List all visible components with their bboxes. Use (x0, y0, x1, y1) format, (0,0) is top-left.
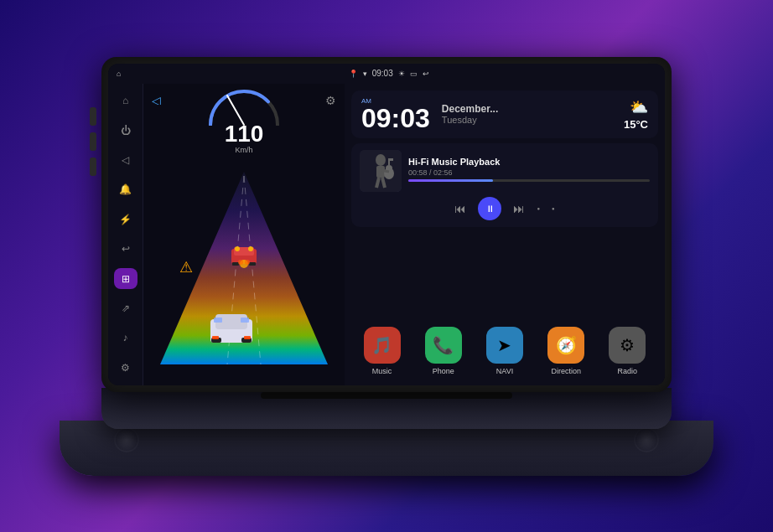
status-bar-left: ⌂ (117, 70, 121, 78)
play-pause-button[interactable]: ⏸ (478, 197, 501, 220)
svg-rect-20 (241, 318, 249, 323)
music-dot-2: ● (552, 206, 555, 211)
home-status-icon: ⌂ (117, 70, 121, 78)
sidebar-bell[interactable]: 🔔 (114, 179, 137, 200)
vent-strip (261, 392, 512, 399)
svg-rect-8 (232, 262, 239, 266)
app-music-label: Music (372, 367, 392, 375)
time-weather-widget: AM 09:03 December... Tuesday ⛅ 15°C (351, 90, 658, 138)
music-progress[interactable]: 00:58 / 02:56 (408, 168, 650, 182)
svg-point-13 (238, 260, 243, 265)
svg-point-11 (248, 246, 253, 251)
app-radio[interactable]: ⚙ Radio (609, 327, 646, 375)
status-bar-center: 📍 ▾ 09:03 ☀ ▭ ↩ (349, 69, 429, 78)
side-btn-1[interactable] (90, 107, 96, 126)
device-bezel: ⌂ 📍 ▾ 09:03 ☀ ▭ ↩ ⌂ ⏻ ◁ (101, 57, 672, 392)
app-direction-icon: 🧭 (547, 327, 584, 364)
date-info: December... Tuesday (438, 103, 615, 125)
mount-knob-left (114, 427, 139, 452)
app-music[interactable]: 🎵 Music (364, 327, 401, 375)
music-top: Hi-Fi Music Playback 00:58 / 02:56 (360, 150, 650, 192)
music-title: Hi-Fi Music Playback (408, 157, 650, 167)
location-icon: 📍 (349, 70, 358, 78)
date-month: December... (442, 103, 615, 115)
app-radio-icon: ⚙ (609, 327, 646, 364)
warning-icon: ⚠ (179, 258, 193, 276)
screen: ⌂ 📍 ▾ 09:03 ☀ ▭ ↩ ⌂ ⏻ ◁ (108, 64, 665, 385)
prev-button[interactable]: ⏮ (454, 202, 466, 215)
sidebar-music[interactable]: ♪ (114, 328, 137, 349)
side-buttons (90, 107, 96, 176)
right-panel: AM 09:03 December... Tuesday ⛅ 15°C (345, 84, 665, 385)
brightness-icon: ☀ (398, 70, 405, 78)
total-time: 02:56 (433, 168, 453, 177)
weather-temp: 15°C (624, 118, 648, 131)
center-panel: ◁ ⚙ 110 Km/h (143, 84, 345, 385)
app-navi-icon: ➤ (486, 327, 523, 364)
sidebar-settings[interactable]: ⚙ (114, 357, 137, 378)
weather-icon: ⛅ (630, 98, 648, 116)
speed-value: 110 (206, 122, 282, 146)
sidebar-power[interactable]: ⏻ (114, 120, 137, 141)
time-clock: 09:03 (361, 105, 430, 132)
status-bar: ⌂ 📍 ▾ 09:03 ☀ ▭ ↩ (108, 64, 665, 84)
progress-bar-fill (408, 179, 493, 182)
sidebar-share[interactable]: ⇗ (114, 297, 137, 318)
app-phone-label: Phone (433, 367, 454, 375)
svg-rect-19 (214, 318, 222, 323)
side-btn-3[interactable] (90, 158, 96, 176)
date-day: Tuesday (442, 115, 615, 125)
music-dot-1: ● (537, 206, 540, 211)
dashboard-surround: ⌂ 📍 ▾ 09:03 ☀ ▭ ↩ ⌂ ⏻ ◁ (60, 57, 713, 476)
music-player: Hi-Fi Music Playback 00:58 / 02:56 (351, 143, 658, 227)
app-music-icon: 🎵 (364, 327, 401, 364)
left-sidebar: ⌂ ⏻ ◁ 🔔 ⚡ ↩ ⊞ ⇗ ♪ ⚙ (108, 84, 143, 385)
music-time: 00:58 / 02:56 (408, 168, 650, 177)
battery-icon: ▭ (410, 70, 418, 78)
app-phone-icon: 📞 (425, 327, 462, 364)
dashboard-bottom (101, 388, 672, 430)
svg-point-10 (235, 246, 240, 251)
current-time: 00:58 (408, 168, 428, 177)
sidebar-nav[interactable]: ◁ (114, 149, 137, 170)
dashboard-mount (60, 421, 713, 475)
main-content: ⌂ ⏻ ◁ 🔔 ⚡ ↩ ⊞ ⇗ ♪ ⚙ ◁ ⚙ (108, 84, 665, 385)
sidebar-bluetooth[interactable]: ⚡ (114, 209, 137, 230)
svg-rect-29 (388, 158, 393, 161)
svg-line-30 (381, 170, 389, 172)
back-status-icon: ↩ (423, 70, 429, 78)
music-controls: ⏮ ⏸ ⏭ ● ● (360, 197, 650, 220)
album-art (360, 150, 402, 192)
progress-bar-bg[interactable] (408, 179, 650, 182)
svg-rect-21 (212, 336, 219, 339)
next-button[interactable]: ⏭ (513, 202, 525, 215)
music-info: Hi-Fi Music Playback 00:58 / 02:56 (408, 157, 650, 184)
app-direction[interactable]: 🧭 Direction (547, 327, 584, 375)
wifi-icon: ▾ (363, 70, 367, 78)
app-radio-label: Radio (618, 367, 638, 375)
weather-info: ⛅ 15°C (624, 98, 648, 131)
sidebar-home[interactable]: ⌂ (114, 90, 137, 111)
speedometer: 110 Km/h (206, 87, 282, 154)
svg-point-14 (245, 260, 250, 265)
time-display: AM 09:03 (361, 97, 430, 132)
speed-unit: Km/h (206, 146, 282, 154)
svg-rect-22 (244, 336, 251, 339)
app-navi-label: NAVI (496, 367, 513, 375)
app-navi[interactable]: ➤ NAVI (486, 327, 523, 375)
svg-rect-9 (249, 262, 256, 266)
app-icons-row: 🎵 Music 📞 Phone ➤ NAVI 🧭 (351, 323, 658, 379)
sidebar-apps[interactable]: ⊞ (114, 268, 137, 289)
mount-knob-right (634, 427, 659, 452)
sidebar-back[interactable]: ↩ (114, 239, 137, 260)
app-direction-label: Direction (551, 367, 581, 375)
app-phone[interactable]: 📞 Phone (425, 327, 462, 375)
status-time: 09:03 (372, 69, 393, 78)
side-btn-2[interactable] (90, 132, 96, 151)
album-art-svg (360, 150, 402, 192)
svg-point-24 (376, 154, 386, 166)
